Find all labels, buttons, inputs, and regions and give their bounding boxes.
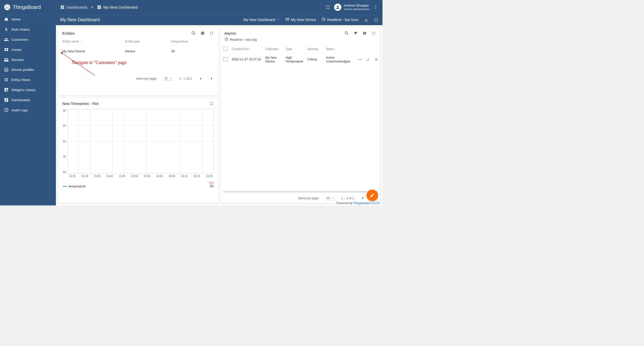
col-type[interactable]: Type — [284, 45, 306, 54]
pager-range: 1 – 1 of 1 — [179, 77, 192, 80]
alarms-timewindow-label: Realtime - last day — [230, 38, 257, 41]
footer-link[interactable]: Thingsboard v.3.2.0 — [353, 202, 380, 205]
devices-icon — [4, 57, 9, 62]
timeseries-widget: New Timeseries - Flot 30 30 30 30 30 — [58, 98, 218, 203]
dashboard-icon — [97, 5, 101, 10]
breadcrumb-separator: > — [91, 5, 93, 9]
breadcrumb-root-label: Dashboards — [67, 5, 88, 9]
sidebar-item-customers[interactable]: Customers — [0, 35, 56, 45]
entities-pager: Items per page: 10 1 – 1 of 1 — [58, 73, 218, 83]
alarms-timewindow[interactable]: Realtime - last day — [220, 37, 380, 45]
brand-logo[interactable]: ThingsBoard — [0, 0, 56, 14]
breadcrumb-root[interactable]: Dashboards — [60, 5, 88, 9]
thingsboard-logo-icon — [4, 4, 11, 11]
clock-icon — [224, 37, 228, 42]
svg-point-10 — [360, 59, 361, 60]
sidebar-item-device-profiles[interactable]: D Device profiles — [0, 65, 56, 75]
chart-avg: avg 30 — [209, 181, 214, 188]
entity-selector[interactable]: My New Device — [285, 17, 316, 22]
more-vert-icon[interactable] — [373, 5, 378, 10]
breadcrumb-current[interactable]: My New Dashboard — [97, 5, 138, 9]
footer: Powered by Thingsboard v.3.2.0 — [337, 202, 380, 205]
sidebar-item-assets[interactable]: Assets — [0, 45, 56, 55]
table-row[interactable]: 2020-11-27 15:27:10 My New Device High T… — [220, 54, 380, 65]
svg-text:D: D — [6, 69, 7, 71]
breadcrumb-current-label: My New Dashboard — [103, 5, 138, 9]
legend-label: temperature — [69, 184, 86, 188]
dashboard-selector[interactable]: My New Dashboard — [243, 18, 280, 22]
fullscreen-icon[interactable] — [209, 101, 214, 106]
sidebar-item-home[interactable]: Home — [0, 14, 56, 25]
col-severity[interactable]: Severity — [306, 45, 325, 54]
entity-selector-label: My New Device — [291, 18, 316, 22]
entities-table: Entity name↑ Entity type temperature My … — [58, 37, 218, 57]
col-temperature[interactable]: temperature — [167, 37, 218, 46]
home-icon — [4, 17, 9, 22]
sidebar-item-label: Assets — [11, 48, 22, 52]
items-per-page-label: Items per page: — [136, 77, 157, 80]
ack-icon[interactable] — [366, 57, 371, 62]
sidebar-item-entity-views[interactable]: Entity Views — [0, 75, 56, 85]
sidebar-item-label: Audit Logs — [11, 108, 28, 112]
fullscreen-dashboard-icon[interactable] — [374, 17, 378, 22]
horizontal-scrollbar[interactable] — [223, 191, 378, 192]
annotation-text: Navigate to "Customers" page — [58, 57, 218, 65]
sort-asc-icon: ↑ — [80, 40, 82, 43]
pager-range: 1 – 1 of 1 — [341, 197, 354, 200]
col-originator[interactable]: Originator — [264, 45, 284, 54]
filter-icon[interactable] — [353, 31, 358, 36]
export-button[interactable] — [364, 17, 368, 22]
widget-title: Entities — [62, 31, 75, 35]
col-entity-name[interactable]: Entity name↑ — [58, 37, 121, 46]
page-size-select[interactable]: 10 — [163, 76, 173, 81]
widgets-icon — [4, 88, 9, 92]
fullscreen-icon[interactable] — [371, 31, 376, 36]
timewindow-selector[interactable]: Realtime - last hour — [322, 17, 359, 22]
fullscreen-icon[interactable] — [325, 5, 330, 10]
prev-page-icon[interactable] — [198, 76, 203, 81]
svg-point-5 — [376, 8, 376, 9]
cell-severity: Critical — [306, 54, 325, 65]
dashboard-titlebar: My New Dashboard My New Dashboard My New… — [56, 14, 383, 25]
col-status[interactable]: Status — [325, 45, 355, 54]
user-name: Andrew Shvayka — [344, 4, 369, 7]
cell-temperature: 30 — [167, 46, 218, 57]
chart-legend[interactable]: temperature — [63, 184, 86, 188]
col-entity-type[interactable]: Entity type — [121, 37, 167, 46]
page-size-select[interactable]: 10 — [325, 196, 336, 200]
more-horiz-icon[interactable] — [358, 57, 363, 62]
sidebar: ThingsBoard Home Rule chains Customers A… — [0, 0, 56, 206]
user-menu[interactable]: Andrew Shvayka Tenant administrator — [334, 4, 369, 11]
sidebar-item-rule-chains[interactable]: Rule chains — [0, 25, 56, 35]
sidebar-item-devices[interactable]: Devices — [0, 55, 56, 65]
col-created-time[interactable]: Created time↓ — [231, 45, 264, 54]
plot-area[interactable] — [67, 109, 214, 174]
chevron-down-icon — [277, 18, 280, 22]
table-row[interactable]: My New Device Device 30 — [58, 46, 218, 57]
clear-icon[interactable] — [374, 57, 379, 62]
items-per-page-label: Items per page: — [298, 197, 319, 200]
search-icon[interactable] — [344, 31, 349, 36]
sidebar-item-audit-logs[interactable]: Audit Logs — [0, 105, 56, 115]
legend-swatch — [63, 186, 67, 187]
main-area: Dashboards > My New Dashboard Andrew Shv… — [56, 0, 383, 206]
cell-entity-type: Device — [121, 46, 167, 57]
select-all-checkbox[interactable] — [220, 45, 231, 54]
columns-icon[interactable] — [362, 31, 367, 36]
sidebar-item-label: Dashboards — [11, 98, 30, 102]
prev-page-icon[interactable] — [360, 196, 365, 201]
dashboard-selector-label: My New Dashboard — [243, 18, 275, 22]
sidebar-item-dashboards[interactable]: Dashboards — [0, 95, 56, 105]
entities-widget: Entities Entity name↑ Entity type temper… — [58, 28, 218, 95]
edit-dashboard-fab[interactable] — [367, 190, 378, 201]
fullscreen-icon[interactable] — [209, 31, 214, 36]
row-checkbox[interactable] — [220, 54, 231, 65]
breadcrumb: Dashboards > My New Dashboard — [60, 5, 138, 9]
next-page-icon[interactable] — [209, 76, 214, 81]
cell-type: High Temperature — [284, 54, 306, 65]
avg-value: 30 — [209, 184, 214, 188]
search-icon[interactable] — [191, 31, 196, 36]
columns-icon[interactable] — [200, 31, 205, 36]
sidebar-item-widgets-library[interactable]: Widgets Library — [0, 85, 56, 95]
page-title: My New Dashboard — [60, 17, 100, 22]
